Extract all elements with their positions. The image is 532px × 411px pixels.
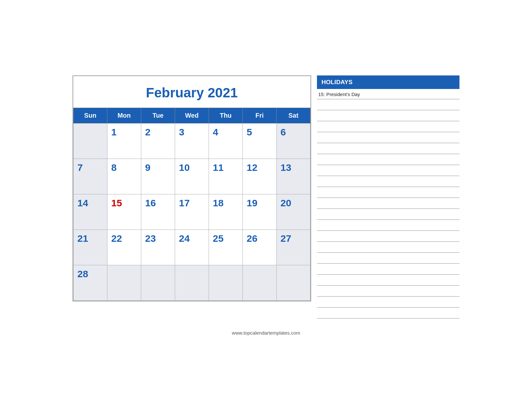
day-number: 16 xyxy=(145,198,156,208)
calendar-day-header: Tue xyxy=(141,108,175,123)
calendar-day-header: Fri xyxy=(243,108,277,123)
calendar-week-row: 14151617181920 xyxy=(74,194,310,230)
calendar-day-header: Wed xyxy=(175,108,209,123)
calendar-day-cell: 19 xyxy=(243,194,277,230)
note-line xyxy=(317,121,459,132)
calendar-day-cell: 2 xyxy=(141,123,175,159)
calendar-day-cell xyxy=(277,265,310,301)
day-number: 7 xyxy=(77,162,83,173)
day-number: 27 xyxy=(281,233,291,244)
calendar-day-cell: 10 xyxy=(175,159,209,194)
calendar-day-cell xyxy=(243,265,277,301)
calendar-day-cell: 15 xyxy=(107,194,141,230)
note-line xyxy=(317,187,459,198)
calendar-day-header: Thu xyxy=(209,108,243,123)
day-number: 20 xyxy=(281,198,291,208)
footer-website: www.topcalendartemplates.com xyxy=(232,330,300,336)
day-number: 6 xyxy=(281,127,286,137)
calendar-day-cell xyxy=(74,123,107,159)
note-line xyxy=(317,110,459,121)
calendar-day-cell: 27 xyxy=(277,230,310,265)
holiday-item: 15: President's Day xyxy=(317,89,459,99)
calendar-day-cell: 11 xyxy=(209,159,243,194)
calendar-day-cell xyxy=(107,265,141,301)
calendar-grid: SunMonTueWedThuFriSat 123456789101112131… xyxy=(73,108,310,301)
calendar-day-header: Mon xyxy=(107,108,141,123)
day-number: 17 xyxy=(179,198,190,208)
note-line xyxy=(317,143,459,154)
day-number: 26 xyxy=(247,233,257,244)
calendar-week-row: 123456 xyxy=(74,123,310,159)
calendar-day-cell: 3 xyxy=(175,123,209,159)
calendar-day-cell: 7 xyxy=(74,159,107,194)
holidays-header: HOLIDAYS xyxy=(317,75,459,89)
note-line xyxy=(317,264,459,275)
calendar-day-cell xyxy=(141,265,175,301)
calendar-day-cell: 20 xyxy=(277,194,310,230)
calendar-day-cell xyxy=(175,265,209,301)
day-number: 2 xyxy=(145,127,151,137)
day-number: 21 xyxy=(77,233,88,244)
calendar-day-cell: 9 xyxy=(141,159,175,194)
note-line xyxy=(317,242,459,253)
calendar-day-cell: 14 xyxy=(74,194,107,230)
day-number: 12 xyxy=(247,162,257,173)
calendar-day-cell: 21 xyxy=(74,230,107,265)
note-line xyxy=(317,297,459,308)
note-line xyxy=(317,286,459,297)
day-number: 19 xyxy=(247,198,257,208)
calendar-day-header: Sat xyxy=(277,108,310,123)
calendar-day-cell: 28 xyxy=(74,265,107,301)
note-line xyxy=(317,209,459,220)
calendar-day-cell: 24 xyxy=(175,230,209,265)
calendar-day-cell: 17 xyxy=(175,194,209,230)
day-number: 28 xyxy=(77,269,88,279)
day-number: 23 xyxy=(145,233,156,244)
calendar-day-cell: 8 xyxy=(107,159,141,194)
calendar-day-cell: 6 xyxy=(277,123,310,159)
calendar-title: February 2021 xyxy=(73,76,310,108)
day-number: 5 xyxy=(247,127,252,137)
calendar-day-header: Sun xyxy=(74,108,107,123)
calendar-day-cell: 5 xyxy=(243,123,277,159)
calendar-header-row: SunMonTueWedThuFriSat xyxy=(74,108,310,123)
day-number: 13 xyxy=(281,162,291,173)
notes-lines: 15: President's Day xyxy=(317,89,459,318)
calendar-week-row: 78910111213 xyxy=(74,159,310,194)
day-number: 15 xyxy=(111,198,122,208)
note-line xyxy=(317,198,459,209)
calendar: February 2021 SunMonTueWedThuFriSat 1234… xyxy=(73,75,311,301)
note-line xyxy=(317,253,459,264)
day-number: 24 xyxy=(179,233,190,244)
calendar-day-cell: 13 xyxy=(277,159,310,194)
calendar-day-cell: 22 xyxy=(107,230,141,265)
calendar-day-cell: 26 xyxy=(243,230,277,265)
day-number: 14 xyxy=(77,198,88,208)
note-line xyxy=(317,154,459,165)
day-number: 9 xyxy=(145,162,151,173)
right-panel: HOLIDAYS 15: President's Day xyxy=(317,75,459,318)
day-number: 3 xyxy=(179,127,184,137)
calendar-day-cell: 25 xyxy=(209,230,243,265)
day-number: 22 xyxy=(111,233,122,244)
note-line xyxy=(317,176,459,187)
note-line xyxy=(317,165,459,176)
calendar-day-cell: 4 xyxy=(209,123,243,159)
calendar-day-cell xyxy=(209,265,243,301)
footer: www.topcalendartemplates.com xyxy=(232,330,300,336)
note-line xyxy=(317,308,459,318)
note-line xyxy=(317,220,459,231)
day-number: 11 xyxy=(213,162,223,173)
calendar-day-cell: 16 xyxy=(141,194,175,230)
main-container: February 2021 SunMonTueWedThuFriSat 1234… xyxy=(73,75,459,318)
note-line xyxy=(317,231,459,242)
note-line xyxy=(317,99,459,110)
note-line xyxy=(317,132,459,143)
day-number: 18 xyxy=(213,198,223,208)
calendar-day-cell: 23 xyxy=(141,230,175,265)
day-number: 4 xyxy=(213,127,218,137)
day-number: 1 xyxy=(111,127,117,137)
calendar-week-row: 21222324252627 xyxy=(74,230,310,265)
day-number: 10 xyxy=(179,162,190,173)
day-number: 25 xyxy=(213,233,223,244)
